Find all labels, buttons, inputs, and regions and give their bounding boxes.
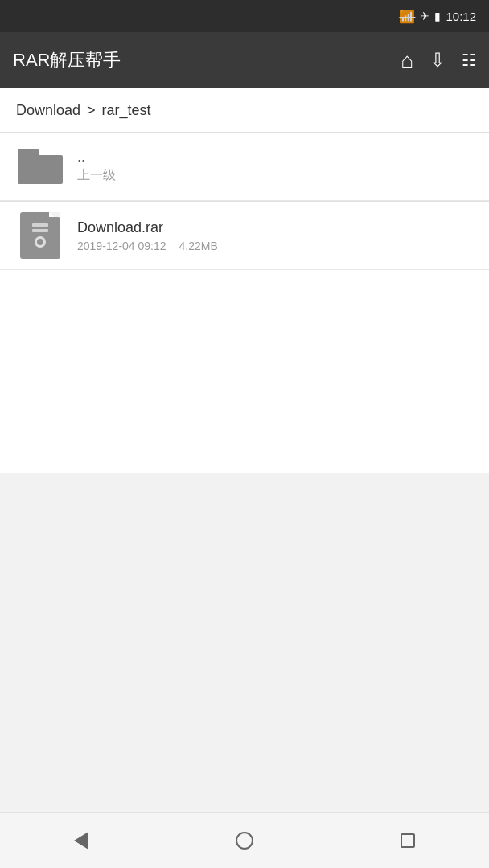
breadcrumb-parent[interactable]: Download — [16, 102, 80, 119]
app-bar: RAR解压帮手 ⌂ ⇩ ☷ — [0, 32, 489, 88]
breadcrumb: Download > rar_test — [0, 88, 489, 133]
rar-file-meta: 2019-12-04 09:12 4.22MB — [77, 240, 473, 252]
rar-file-size: 4.22MB — [179, 240, 218, 252]
back-button[interactable] — [53, 821, 109, 861]
home-button[interactable] — [216, 821, 273, 861]
sim-off-icon: 📶 — [399, 9, 415, 24]
app-title: RAR解压帮手 — [13, 48, 391, 72]
folder-info: .. 上一级 — [77, 149, 473, 184]
rar-file-info: Download.rar 2019-12-04 09:12 4.22MB — [77, 219, 473, 252]
folder-parent-label: 上一级 — [77, 167, 473, 184]
rar-file-name: Download.rar — [77, 219, 473, 236]
back-icon — [74, 832, 88, 850]
status-bar: 📶 ✈ ▮ 10:12 — [0, 0, 489, 32]
status-time: 10:12 — [446, 10, 476, 23]
folder-icon-container — [16, 142, 64, 190]
battery-icon: ▮ — [434, 10, 441, 23]
grid-icon[interactable]: ☷ — [462, 51, 476, 70]
recents-button[interactable] — [380, 821, 436, 861]
list-item[interactable]: Download.rar 2019-12-04 09:12 4.22MB — [0, 202, 489, 270]
recents-icon — [401, 833, 415, 848]
app-bar-actions: ⌂ ⇩ ☷ — [401, 48, 476, 73]
list-item[interactable]: .. 上一级 — [0, 133, 489, 201]
breadcrumb-current: rar_test — [102, 102, 151, 119]
file-list: .. 上一级 Download.rar 2019-12-04 09:12 4. — [0, 133, 489, 473]
home-nav-icon — [236, 832, 253, 850]
zip-icon-container — [16, 211, 64, 260]
empty-space — [0, 473, 489, 813]
airplane-icon: ✈ — [420, 10, 429, 23]
breadcrumb-separator: > — [87, 102, 96, 119]
rar-file-date: 2019-12-04 09:12 — [77, 240, 166, 252]
folder-dots: .. — [77, 149, 473, 166]
folder-icon — [18, 149, 63, 184]
status-icons: 📶 ✈ ▮ 10:12 — [399, 9, 476, 24]
nav-bar — [0, 812, 489, 868]
download-icon[interactable]: ⇩ — [429, 49, 446, 72]
rar-file-icon — [20, 212, 60, 259]
home-icon[interactable]: ⌂ — [401, 48, 413, 73]
